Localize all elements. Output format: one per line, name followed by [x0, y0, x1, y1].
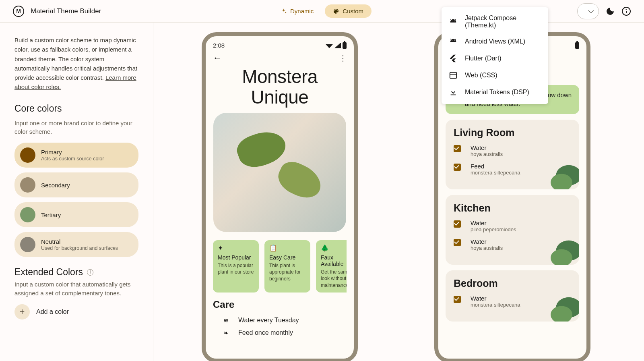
- add-color-button[interactable]: + Add a color: [14, 304, 138, 320]
- checkbox-checked-icon[interactable]: [454, 164, 461, 171]
- core-colors-heading: Core colors: [14, 103, 138, 114]
- battery-icon: [575, 42, 579, 49]
- sparkle-icon: ✦: [218, 244, 254, 252]
- feature-chips: ✦Most PopularThis is a popular plant in …: [213, 240, 347, 293]
- download-icon: [449, 88, 458, 97]
- water-icon: ≋: [223, 317, 229, 324]
- flutter-icon: [449, 54, 458, 63]
- color-swatch: [20, 207, 35, 222]
- checkbox-checked-icon[interactable]: [454, 239, 461, 246]
- chip-easy[interactable]: 📋Easy CareThis plant is appropriate for …: [264, 240, 310, 293]
- export-dropdown: Jetpack Compose (Theme.kt) Android Views…: [442, 7, 548, 104]
- task-row[interactable]: Waterpilea peperomiodes: [454, 220, 571, 232]
- task-row[interactable]: Waterhoya australis: [454, 144, 571, 157]
- color-row-secondary[interactable]: Secondary: [14, 172, 138, 197]
- plant-image: [213, 113, 346, 232]
- dark-mode-icon[interactable]: [605, 6, 615, 16]
- info-icon[interactable]: i: [87, 269, 93, 276]
- extended-colors-sub: Input a custom color that automatically …: [14, 280, 138, 298]
- color-row-primary[interactable]: PrimaryActs as custom source color: [14, 143, 138, 168]
- app-logo: M: [13, 6, 24, 17]
- more-icon[interactable]: ⋯: [338, 54, 348, 62]
- battery-icon: [343, 42, 347, 49]
- back-icon[interactable]: ←: [213, 53, 222, 63]
- svg-rect-3: [450, 73, 457, 79]
- room-card: BedroomWatermonstera siltepecana: [446, 270, 579, 322]
- status-bar: 2:08: [213, 42, 347, 49]
- palette-icon: [333, 8, 339, 15]
- web-icon: [449, 71, 458, 80]
- tree-icon: 🌲: [321, 244, 347, 252]
- export-button[interactable]: [577, 3, 599, 19]
- color-swatch: [20, 177, 35, 193]
- export-option-xml[interactable]: Android Views (XML): [442, 33, 548, 50]
- plant-decoration: [547, 289, 579, 322]
- core-colors-sub: Input one or more brand color to define …: [14, 119, 138, 137]
- info-icon[interactable]: [621, 6, 631, 16]
- care-heading: Care: [213, 299, 347, 310]
- room-card: Living RoomWaterhoya australisFeedmonste…: [446, 120, 579, 189]
- color-swatch: [20, 237, 35, 252]
- device-preview-detail: 2:08 ← ⋯ Monstera Unique ✦Most PopularTh…: [202, 32, 358, 361]
- tab-custom[interactable]: Custom: [325, 4, 372, 18]
- export-option-compose[interactable]: Jetpack Compose (Theme.kt): [442, 10, 548, 33]
- chip-popular[interactable]: ✦Most PopularThis is a popular plant in …: [213, 240, 259, 293]
- checkbox-checked-icon[interactable]: [454, 296, 461, 303]
- signal-icon: [334, 43, 341, 48]
- plant-decoration: [547, 232, 579, 265]
- plant-title: Monstera Unique: [213, 66, 347, 107]
- export-option-dsp[interactable]: Material Tokens (DSP): [442, 84, 548, 101]
- checkbox-checked-icon[interactable]: [454, 220, 461, 228]
- tab-dynamic[interactable]: Dynamic: [272, 4, 322, 18]
- chevron-down-icon: [588, 7, 594, 13]
- room-heading: Kitchen: [454, 202, 571, 214]
- color-row-neutral[interactable]: NeutralUsed for background and surfaces: [14, 232, 138, 257]
- extended-colors-heading: Extended Colors: [14, 267, 83, 278]
- android-icon: [449, 17, 458, 26]
- room-heading: Living Room: [454, 127, 571, 139]
- leaf-icon: ❧: [223, 329, 229, 337]
- preview-area: 2:08 ← ⋯ Monstera Unique ✦Most PopularTh…: [153, 23, 644, 361]
- chip-faux[interactable]: 🌲Faux AvailableGet the same look without…: [316, 240, 347, 293]
- android-icon: [449, 37, 458, 46]
- wifi-icon: [326, 43, 333, 48]
- mode-tabs: Dynamic Custom: [272, 4, 372, 18]
- room-heading: Bedroom: [454, 278, 571, 289]
- color-row-tertiary[interactable]: Tertiary: [14, 202, 138, 227]
- export-option-css[interactable]: Web (CSS): [442, 67, 548, 84]
- plus-icon: +: [14, 304, 30, 320]
- color-swatch: [20, 147, 35, 163]
- export-option-flutter[interactable]: Flutter (Dart): [442, 50, 548, 67]
- svg-point-2: [626, 9, 627, 10]
- plant-decoration: [547, 157, 579, 189]
- care-item: ❧Feed once monthly: [213, 327, 347, 339]
- care-item: ≋Water every Tuesday: [213, 314, 347, 327]
- room-card: KitchenWaterpilea peperomiodesWaterhoya …: [446, 195, 579, 265]
- clipboard-icon: 📋: [269, 244, 305, 252]
- sidebar: Build a custom color scheme to map dynam…: [0, 23, 153, 361]
- sparkle-icon: [281, 8, 287, 15]
- intro-text: Build a custom color scheme to map dynam…: [14, 35, 138, 92]
- app-title: Material Theme Builder: [31, 7, 101, 15]
- checkbox-checked-icon[interactable]: [454, 145, 461, 152]
- topbar-right: [577, 3, 631, 19]
